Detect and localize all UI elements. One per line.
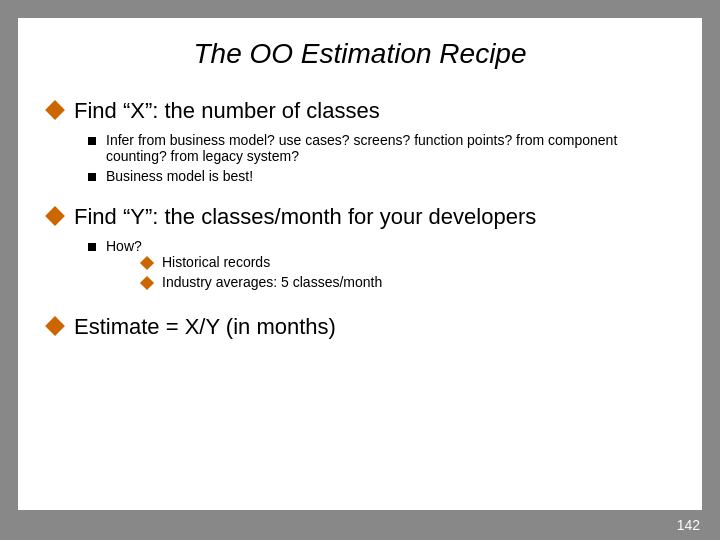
diamond-icon-find-y (45, 206, 65, 226)
section-find-x-header: Find “X”: the number of classes (48, 98, 672, 124)
sub-sub-item-text: Industry averages: 5 classes/month (162, 274, 382, 290)
list-item-text: Business model is best! (106, 168, 253, 184)
diamond-icon-estimate (45, 316, 65, 336)
sub-sub-list: Historical records Industry averages: 5 … (142, 254, 382, 290)
slide-content: The OO Estimation Recipe Find “X”: the n… (18, 18, 702, 510)
list-item-content: How? Historical records Industry average… (106, 238, 382, 294)
section-estimate-header: Estimate = X/Y (in months) (48, 314, 672, 340)
diamond-icon-find-x (45, 100, 65, 120)
bullet-square-icon (88, 243, 96, 251)
section-estimate: Estimate = X/Y (in months) (48, 314, 672, 348)
main-content-wrapper: The OO Estimation Recipe Find “X”: the n… (0, 18, 720, 510)
slide-number: 142 (677, 517, 700, 533)
sub-sub-item-text: Historical records (162, 254, 270, 270)
bottom-bar: 142 (0, 510, 720, 540)
section-estimate-title: Estimate = X/Y (in months) (74, 314, 336, 340)
top-bar (0, 0, 720, 18)
sub-sub-list-item: Historical records (142, 254, 382, 270)
list-item: Business model is best! (88, 168, 672, 184)
slide-container: The OO Estimation Recipe Find “X”: the n… (0, 0, 720, 540)
sub-sub-list-item: Industry averages: 5 classes/month (142, 274, 382, 290)
right-bar (702, 18, 720, 510)
list-item-text: Infer from business model? use cases? sc… (106, 132, 672, 164)
section-find-x-title: Find “X”: the number of classes (74, 98, 380, 124)
left-bar (0, 18, 18, 510)
diamond-small-icon (140, 256, 154, 270)
find-y-sub-list: How? Historical records Industry average… (88, 238, 672, 294)
list-item: How? Historical records Industry average… (88, 238, 672, 294)
section-find-y: Find “Y”: the classes/month for your dev… (48, 204, 672, 298)
diamond-small-icon (140, 276, 154, 290)
slide-title: The OO Estimation Recipe (48, 38, 672, 70)
section-find-y-header: Find “Y”: the classes/month for your dev… (48, 204, 672, 230)
section-find-y-title: Find “Y”: the classes/month for your dev… (74, 204, 536, 230)
find-x-sub-list: Infer from business model? use cases? sc… (88, 132, 672, 184)
list-item: Infer from business model? use cases? sc… (88, 132, 672, 164)
list-item-text: How? (106, 238, 142, 254)
bullet-square-icon (88, 137, 96, 145)
bullet-square-icon (88, 173, 96, 181)
section-find-x: Find “X”: the number of classes Infer fr… (48, 98, 672, 188)
